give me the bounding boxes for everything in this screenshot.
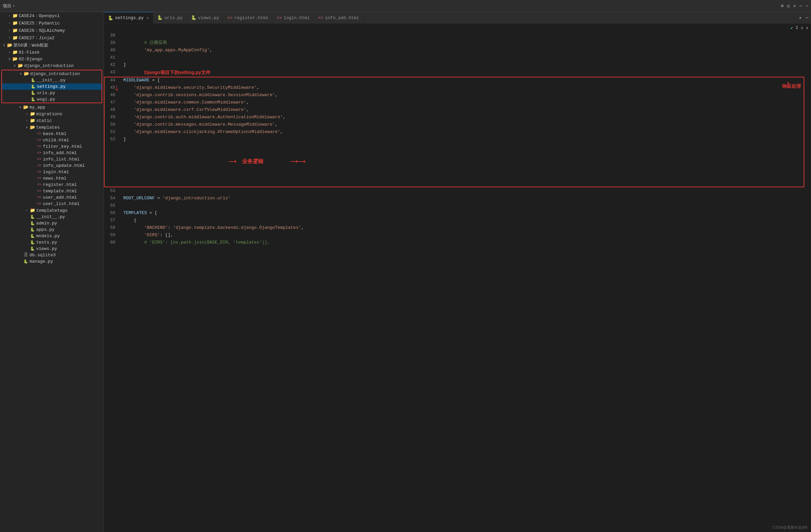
sidebar-item-label: 02-Django (19, 57, 42, 62)
sidebar-item-lesson50[interactable]: ∨ 📂 第50课：Web框架 (0, 42, 104, 49)
dropdown-arrow-icon[interactable]: ▾ (13, 4, 15, 8)
red-border-sidebar-box: ∨ 📂 django_introduction 🐍 __init__.py 🐍 … (1, 70, 102, 103)
tab-label: login.html (284, 15, 310, 20)
sidebar-item-db-sqlite[interactable]: 🗄 db.sqlite3 (0, 252, 104, 258)
code-line-50: 50 'django.contrib.messages.middleware.M… (104, 121, 811, 128)
tab-icon: 🐍 (157, 15, 163, 20)
sidebar-item-user-list-html[interactable]: <> user_list.html (0, 201, 104, 207)
code-container[interactable]: 38 39 # 注册应用 40 'my_app.apps.MyAppConfig… (104, 32, 811, 532)
up-icon[interactable]: ∧ (801, 26, 803, 31)
sidebar-item-label: CASE27：Jinja2 (19, 35, 55, 41)
code-line-42: 42 ] (104, 61, 811, 69)
sidebar-item-template-html[interactable]: <> template.html (0, 188, 104, 194)
tab-info-add[interactable]: <> info_add.html (314, 12, 363, 24)
tab-overflow-button[interactable]: ▾ (796, 15, 804, 21)
close-icon[interactable]: ✕ (793, 3, 796, 9)
sidebar-item-views-py[interactable]: 🐍 views.py (0, 246, 104, 252)
sidebar-item-base-html[interactable]: <> base.html (0, 131, 104, 137)
arrow-icon: ∨ (12, 64, 17, 68)
line-content: 'django.contrib.sessions.middleware.Sess… (121, 92, 811, 99)
sidebar-item-templatetags[interactable]: › 📁 templatetags (0, 207, 104, 214)
more-icon[interactable]: ⋯ (799, 3, 802, 9)
line-content: 'DIRS': [], (121, 232, 811, 239)
minimize-icon[interactable]: — (806, 3, 808, 9)
tab-close-icon[interactable]: ✕ (147, 16, 149, 20)
tab-urls[interactable]: 🐍 urls.py (153, 12, 187, 24)
sidebar-item-myapp[interactable]: ∨ 📂 my_app (0, 104, 104, 111)
folder-icon: 📂 (24, 71, 30, 76)
tab-views[interactable]: 🐍 views.py (187, 12, 223, 24)
sidebar-item-myapp-init[interactable]: 🐍 __init__.py (0, 214, 104, 220)
refresh-icon[interactable]: ◎ (787, 3, 790, 9)
html-icon: <> (36, 176, 42, 180)
sidebar-item-info-add-html[interactable]: <> info_add.html (0, 150, 104, 156)
sidebar-item-register-html[interactable]: <> register.html (0, 182, 104, 188)
sidebar-item-templates-folder[interactable]: ∨ 📂 templates (0, 124, 104, 131)
sidebar-item-label: migrations (36, 112, 62, 116)
sidebar-item-user-add-html[interactable]: <> user_add.html (0, 194, 104, 201)
html-icon: <> (36, 170, 42, 174)
code-line-59: 59 'DIRS': [], (104, 232, 811, 239)
add-icon[interactable]: ⊕ (781, 3, 783, 9)
sidebar-item-case26[interactable]: › 📁 CASE26：SQLAlchemy (0, 27, 104, 34)
html-icon: <> (36, 138, 42, 142)
sidebar-item-label: CASE26：SQLAlchemy (19, 28, 65, 33)
sidebar-item-django-intro-parent[interactable]: ∨ 📂 django_introduction (0, 62, 104, 69)
sidebar-item-child-html[interactable]: <> child.html (0, 137, 104, 143)
code-line-56: 56 TEMPLATES = [ (104, 209, 811, 217)
tab-bar-more-icon[interactable]: ⋯ (806, 15, 808, 20)
sidebar-item-tests-py[interactable]: 🐍 tests.py (0, 239, 104, 246)
code-line-57: 57 { (104, 217, 811, 224)
html-icon: <> (36, 189, 42, 193)
line-number: 50 (104, 121, 121, 128)
line-content: 'django.middleware.csrf.CsrfViewMiddlewa… (121, 106, 811, 113)
tab-label: views.py (198, 15, 219, 20)
code-line-48: 48 'django.middleware.csrf.CsrfViewMiddl… (104, 106, 811, 113)
sidebar-item-urls[interactable]: 🐍 urls.py (2, 90, 102, 96)
sidebar-item-apps-py[interactable]: 🐍 apps.py (0, 226, 104, 233)
code-line-51: 51 'django.middleware.clickjacking.XFram… (104, 128, 811, 136)
line-number: 39 (104, 39, 121, 47)
folder-icon: 📁 (30, 111, 35, 116)
html-icon: <> (36, 195, 42, 199)
sidebar-item-case27[interactable]: › 📁 CASE27：Jinja2 (0, 34, 104, 42)
top-bar-icons: ⊕ ◎ ✕ ⋯ — (781, 3, 808, 9)
sidebar-item-init[interactable]: 🐍 __init__.py (2, 77, 102, 83)
sidebar-item-flask[interactable]: › 📁 01-Flask (0, 49, 104, 56)
sidebar-item-label: news.html (43, 176, 66, 181)
sidebar-item-case25[interactable]: › 📁 CASE25：Pydantic (0, 19, 104, 27)
python-icon: 🐍 (30, 91, 36, 95)
sidebar-item-news-html[interactable]: <> news.html (0, 175, 104, 182)
tab-login[interactable]: <> login.html (273, 12, 314, 24)
arrow-icon: › (24, 119, 30, 123)
sidebar-item-label: manage.py (30, 259, 53, 264)
python-icon: 🐍 (30, 221, 35, 225)
down-icon[interactable]: ∨ (806, 26, 808, 31)
code-line-54: 54 ROOT_URLCONF = 'django_introduction.u… (104, 194, 811, 202)
sidebar-item-django[interactable]: ∨ 📂 02-Django (0, 56, 104, 62)
sidebar-item-label: CASE25：Pydantic (19, 20, 60, 26)
sidebar-item-info-update-html[interactable]: <> info_update.html (0, 162, 104, 169)
sidebar-item-case24[interactable]: › 📁 CASE24：Openpyxl (0, 12, 104, 19)
sidebar-item-label: tests.py (36, 240, 57, 245)
python-icon: 🐍 (30, 97, 36, 101)
sidebar-item-login-html[interactable]: <> login.html (0, 169, 104, 175)
folder-open-icon: 📂 (17, 63, 24, 68)
tab-register[interactable]: <> register.html (223, 12, 273, 24)
sidebar-item-wsgi[interactable]: 🐍 wsgi.py (2, 96, 102, 103)
tab-icon: <> (318, 15, 323, 20)
sidebar-item-settings[interactable]: 🐍 settings.py (2, 83, 102, 90)
folder-icon: 📁 (12, 20, 18, 26)
sidebar-item-static[interactable]: › 📁 static (0, 117, 104, 124)
sidebar-item-info-list-html[interactable]: <> info_list.html (0, 156, 104, 162)
sidebar-item-label: __init__.py (36, 215, 65, 219)
sidebar-item-django-intro[interactable]: ∨ 📂 django_introduction (2, 71, 102, 77)
sidebar-item-migrations[interactable]: › 📁 migrations (0, 111, 104, 117)
sidebar-item-manage-py[interactable]: 🐍 manage.py (0, 258, 104, 265)
sidebar-item-admin-py[interactable]: 🐍 admin.py (0, 220, 104, 226)
line-number: 55 (104, 202, 121, 209)
sidebar-item-filter-key-html[interactable]: <> filter_key.html (0, 143, 104, 150)
sidebar-item-models-py[interactable]: 🐍 models.py (0, 233, 104, 239)
tab-settings[interactable]: 🐍 settings.py ✕ (104, 12, 153, 24)
top-bar: 项目 ▾ ⊕ ◎ ✕ ⋯ — (0, 0, 811, 12)
